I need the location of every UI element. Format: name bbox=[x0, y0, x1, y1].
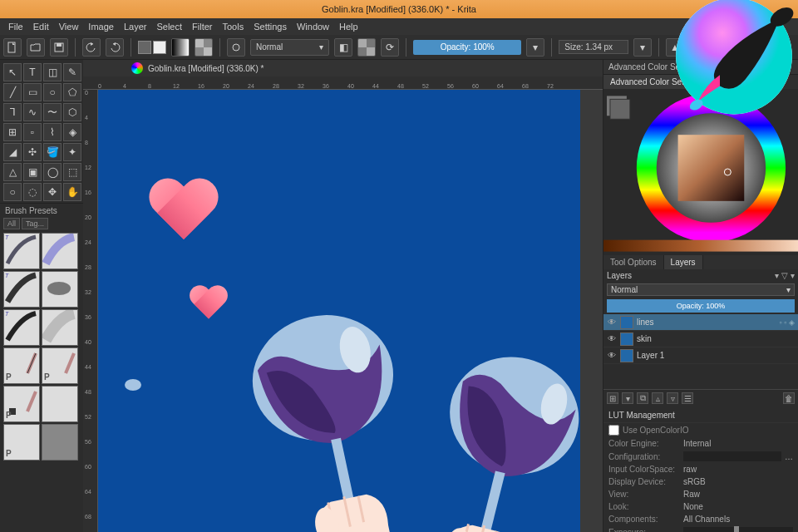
layer-blend-select[interactable]: Normal ▾ bbox=[607, 283, 795, 296]
color-picker-tool[interactable]: ✣ bbox=[23, 143, 42, 161]
fg-color-swatch[interactable] bbox=[138, 41, 151, 54]
menu-file[interactable]: File bbox=[3, 22, 28, 32]
redo-button[interactable] bbox=[106, 38, 124, 57]
exposure-slider[interactable] bbox=[683, 527, 793, 532]
components-value[interactable]: All Channels bbox=[683, 515, 793, 524]
brush-preset[interactable]: P bbox=[3, 386, 40, 422]
input-colorspace-value[interactable]: raw bbox=[683, 465, 793, 474]
visibility-icon[interactable]: 👁 bbox=[607, 318, 617, 328]
brush-size-label[interactable]: Size: 1.34 px bbox=[559, 40, 628, 54]
menu-filter[interactable]: Filter bbox=[187, 22, 217, 32]
display-device-value[interactable]: sRGB bbox=[683, 477, 793, 486]
eraser-toggle[interactable]: ◧ bbox=[334, 38, 352, 57]
brush-preset[interactable] bbox=[42, 271, 78, 308]
brush-tab-tag[interactable]: Tag... bbox=[22, 218, 48, 229]
menu-settings[interactable]: Settings bbox=[249, 22, 292, 32]
line-tool[interactable]: ╱ bbox=[3, 83, 22, 101]
save-button[interactable] bbox=[50, 38, 68, 57]
open-file-button[interactable] bbox=[27, 38, 45, 57]
color-engine-value[interactable]: Internal bbox=[683, 439, 793, 448]
brush-preset[interactable] bbox=[42, 309, 78, 346]
crop-tool[interactable]: ◫ bbox=[43, 63, 62, 81]
tab-layers[interactable]: Layers bbox=[664, 255, 703, 269]
polyline-tool[interactable]: ⅂ bbox=[3, 103, 22, 121]
opacity-dropdown[interactable]: ▾ bbox=[526, 38, 544, 57]
gradient-button[interactable] bbox=[171, 38, 190, 57]
layer-row[interactable]: 👁 Layer 1 bbox=[603, 347, 798, 364]
menu-select[interactable]: Select bbox=[151, 22, 187, 32]
assistant-tool[interactable]: △ bbox=[3, 163, 22, 181]
ellipse-select-tool[interactable]: ○ bbox=[3, 183, 22, 201]
layer-row[interactable]: 👁 skin bbox=[603, 331, 798, 347]
gradient-tool[interactable]: ◢ bbox=[3, 143, 22, 161]
size-dropdown[interactable]: ▾ bbox=[633, 38, 652, 57]
duplicate-layer-button[interactable]: ⧉ bbox=[637, 392, 648, 404]
brush-preset[interactable]: T bbox=[3, 271, 40, 308]
brush-tab-all[interactable]: All bbox=[3, 218, 20, 229]
menu-window[interactable]: Window bbox=[292, 22, 334, 32]
polygon-tool[interactable]: ⬠ bbox=[63, 83, 81, 101]
pattern-edit-tool[interactable]: ◈ bbox=[63, 123, 81, 141]
blend-mode-select[interactable]: Normal ▾ bbox=[250, 39, 329, 56]
brush-preset[interactable]: P bbox=[3, 347, 40, 384]
ellipse-tool[interactable]: ○ bbox=[43, 83, 62, 101]
color-swatches[interactable] bbox=[138, 41, 166, 54]
move-tool[interactable]: ↖ bbox=[3, 63, 22, 81]
delete-layer-button[interactable]: 🗑 bbox=[783, 392, 795, 404]
brush-preset[interactable] bbox=[42, 386, 78, 422]
measure-tool[interactable]: ▣ bbox=[23, 163, 42, 181]
menu-layer[interactable]: Layer bbox=[119, 22, 152, 32]
layer-filter-icon[interactable]: ▾ ▽ ▾ bbox=[775, 271, 795, 280]
brush-preset-button[interactable] bbox=[227, 38, 245, 57]
alpha-lock-toggle[interactable] bbox=[357, 38, 376, 57]
bezier-tool[interactable]: ∿ bbox=[23, 103, 42, 121]
menu-view[interactable]: View bbox=[54, 22, 84, 32]
reload-preset-button[interactable]: ⟳ bbox=[381, 38, 399, 57]
document-tab[interactable]: Goblin.kra [Modified] (336.0K) * bbox=[83, 60, 603, 76]
edit-shapes-tool[interactable]: ▫ bbox=[23, 123, 42, 141]
use-ocio-checkbox[interactable] bbox=[608, 425, 619, 436]
calligraphy-tool[interactable]: ⌇ bbox=[43, 123, 62, 141]
smart-fill-tool[interactable]: ✦ bbox=[63, 143, 81, 161]
add-layer-button[interactable]: ⊞ bbox=[607, 392, 618, 404]
menu-image[interactable]: Image bbox=[83, 22, 119, 32]
pan-tool[interactable]: ✋ bbox=[63, 183, 81, 201]
brush-preset[interactable]: P bbox=[3, 424, 40, 461]
freehand-brush-tool[interactable]: ✎ bbox=[63, 63, 81, 81]
fill-tool[interactable]: 🪣 bbox=[43, 143, 62, 161]
layer-row[interactable]: 👁 lines ▫ ▫ ◈ bbox=[603, 314, 798, 331]
properties-button[interactable]: ☰ bbox=[682, 392, 693, 404]
reference-tool[interactable]: ◯ bbox=[43, 163, 62, 181]
brush-preset[interactable]: T bbox=[3, 309, 40, 346]
opacity-slider[interactable]: Opacity: 100% bbox=[413, 40, 521, 55]
menu-tools[interactable]: Tools bbox=[218, 22, 249, 32]
undo-button[interactable] bbox=[82, 38, 101, 57]
menu-edit[interactable]: Edit bbox=[28, 22, 54, 32]
visibility-icon[interactable]: 👁 bbox=[607, 334, 617, 344]
tab-tool-options[interactable]: Tool Options bbox=[603, 255, 664, 269]
dyna-tool[interactable]: ⬡ bbox=[63, 103, 81, 121]
move-down-button[interactable]: ▾ bbox=[622, 392, 633, 404]
look-value[interactable]: None bbox=[683, 502, 793, 511]
transform-tool[interactable]: T bbox=[23, 63, 42, 81]
brush-preset[interactable]: P bbox=[42, 347, 78, 384]
view-value[interactable]: Raw bbox=[683, 490, 793, 499]
bg-color-swatch[interactable] bbox=[153, 41, 166, 54]
menu-help[interactable]: Help bbox=[334, 22, 363, 32]
rect-select-tool[interactable]: ⬚ bbox=[63, 163, 81, 181]
move-up-button[interactable]: ▵ bbox=[652, 392, 663, 404]
freehand-path-tool[interactable]: 〜 bbox=[43, 103, 62, 121]
contiguous-select-tool[interactable]: ✥ bbox=[43, 183, 62, 201]
configuration-field[interactable] bbox=[683, 451, 781, 461]
pattern-button[interactable] bbox=[195, 38, 213, 57]
layer-opacity-slider[interactable]: Opacity: 100% bbox=[607, 299, 795, 313]
new-file-button[interactable] bbox=[3, 38, 22, 57]
brush-preset[interactable] bbox=[42, 424, 78, 461]
move-down2-button[interactable]: ▿ bbox=[667, 392, 678, 404]
multi-brush-tool[interactable]: ⊞ bbox=[3, 123, 22, 141]
brush-preset[interactable]: T bbox=[3, 233, 40, 269]
visibility-icon[interactable]: 👁 bbox=[607, 351, 617, 361]
canvas[interactable] bbox=[98, 90, 580, 532]
brush-preset[interactable] bbox=[42, 233, 78, 269]
rectangle-tool[interactable]: ▭ bbox=[23, 83, 42, 101]
